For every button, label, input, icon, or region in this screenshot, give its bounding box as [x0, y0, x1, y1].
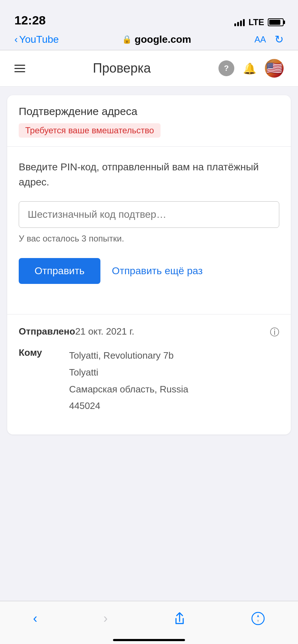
to-label: Кому — [19, 347, 69, 358]
card-body: Введите PIN-код, отправленный вам на пла… — [7, 147, 291, 314]
back-label: YouTube — [19, 34, 59, 45]
app-header: Проверка ? 🔔 — [0, 50, 298, 87]
address-line-4: 445024 — [69, 397, 188, 414]
status-icons: LTE — [234, 17, 284, 27]
share-button[interactable] — [165, 609, 194, 628]
info-section: Отправлено 21 окт. 2021 г. ⓘ Кому Tolyat… — [7, 314, 291, 434]
signal-bars-icon — [234, 18, 245, 26]
back-arrow-icon: ‹ — [14, 34, 18, 45]
address-line-1: Tolyatti, Revolutionary 7b — [69, 347, 188, 364]
address-bar[interactable]: 🔒 google.com — [122, 34, 191, 45]
nav-bar: ‹ YouTube 🔒 google.com AA ↻ — [0, 32, 298, 50]
card-header: Подтверждение адреса Требуется ваше вмеш… — [7, 95, 291, 147]
hamburger-menu-button[interactable] — [14, 65, 25, 72]
nav-right-controls: AA ↻ — [254, 33, 284, 46]
lte-label: LTE — [248, 17, 264, 27]
verification-card: Подтверждение адреса Требуется ваше вмеш… — [7, 95, 291, 434]
attempts-text: У вас осталось 3 попытки. — [19, 234, 279, 244]
compass-button[interactable] — [243, 609, 274, 628]
pin-input-wrapper[interactable] — [19, 201, 279, 228]
avatar[interactable] — [265, 59, 284, 78]
app-title: Проверка — [93, 61, 151, 76]
font-size-button[interactable]: AA — [254, 34, 266, 45]
card-title: Подтверждение адреса — [19, 105, 279, 118]
address-block: Tolyatti, Revolutionary 7b Tolyatti Сама… — [69, 347, 188, 414]
status-time: 12:28 — [14, 13, 46, 27]
forward-nav-button[interactable]: › — [95, 608, 116, 629]
instruction-text: Введите PIN-код, отправленный вам на пла… — [19, 160, 279, 190]
address-line-3: Самарская область, Russia — [69, 381, 188, 398]
address-text: google.com — [135, 34, 191, 45]
address-line-2: Tolyatti — [69, 364, 188, 381]
sent-date: 21 окт. 2021 г. — [75, 326, 266, 337]
bottom-bar: ‹ › — [0, 601, 298, 644]
sent-row: Отправлено 21 окт. 2021 г. ⓘ — [19, 326, 279, 339]
battery-icon — [268, 18, 284, 26]
bell-icon[interactable]: 🔔 — [243, 62, 256, 75]
back-nav-button[interactable]: ‹ — [24, 608, 46, 629]
header-icons: ? 🔔 — [218, 59, 284, 78]
help-button[interactable]: ? — [218, 60, 234, 76]
info-icon[interactable]: ⓘ — [270, 326, 279, 339]
pin-input[interactable] — [28, 209, 270, 220]
svg-point-0 — [252, 612, 264, 625]
status-bar: 12:28 LTE — [0, 0, 298, 32]
alert-badge: Требуется ваше вмешательство — [19, 123, 161, 138]
reload-button[interactable]: ↻ — [275, 33, 284, 46]
home-indicator — [113, 639, 185, 641]
back-button[interactable]: ‹ YouTube — [14, 34, 59, 45]
lock-icon: 🔒 — [122, 35, 132, 44]
to-row: Кому Tolyatti, Revolutionary 7b Tolyatti… — [19, 347, 279, 414]
sent-label: Отправлено — [19, 326, 75, 337]
main-content: Подтверждение адреса Требуется ваше вмеш… — [0, 87, 298, 443]
resend-button[interactable]: Отправить ещё раз — [112, 265, 203, 277]
submit-button[interactable]: Отправить — [19, 258, 100, 284]
action-row: Отправить Отправить ещё раз — [19, 258, 279, 284]
